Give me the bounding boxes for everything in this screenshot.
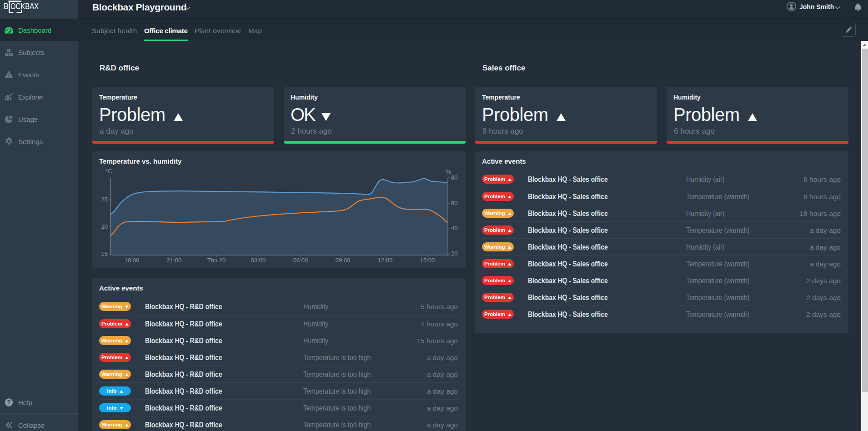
svg-text:60: 60 [451, 200, 457, 206]
svg-text:80: 80 [451, 174, 457, 181]
svg-text:15:00: 15:00 [420, 257, 435, 264]
svg-text:20: 20 [451, 250, 457, 257]
svg-text:03:00: 03:00 [251, 257, 266, 264]
svg-text:25: 25 [101, 196, 108, 203]
svg-text:OCKBAX: OCKBAX [10, 1, 39, 11]
svg-text:20: 20 [101, 223, 108, 230]
svg-text:?: ? [7, 399, 10, 406]
svg-text:09:00: 09:00 [336, 257, 351, 264]
svg-text:06:00: 06:00 [293, 257, 308, 264]
svg-text:21:00: 21:00 [167, 257, 182, 264]
svg-text:°C: °C [105, 168, 112, 175]
svg-text:18:00: 18:00 [125, 257, 140, 264]
svg-text:B: B [4, 1, 9, 11]
svg-text:40: 40 [451, 225, 457, 231]
svg-text:12:00: 12:00 [378, 257, 393, 264]
svg-text:15: 15 [101, 251, 108, 257]
svg-text:Thu 20: Thu 20 [207, 257, 226, 264]
